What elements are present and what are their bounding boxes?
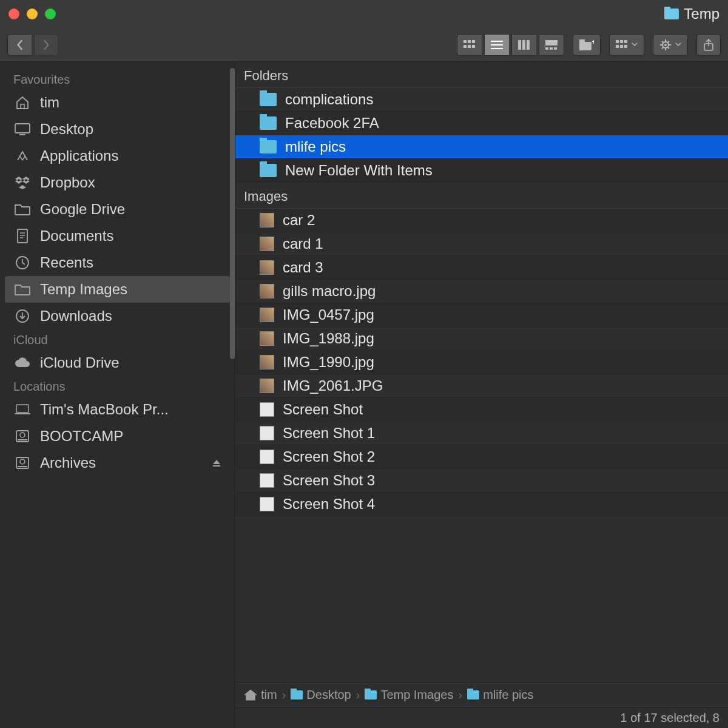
file-row[interactable]: car 2 xyxy=(235,209,728,232)
svg-rect-38 xyxy=(18,439,27,440)
sidebar-item-documents[interactable]: Documents xyxy=(0,223,235,249)
sidebar-item-desktop[interactable]: Desktop xyxy=(0,116,235,143)
folder-icon xyxy=(260,93,277,106)
file-row[interactable]: Screen Shot 3 xyxy=(235,469,728,493)
window-controls xyxy=(8,8,56,19)
sidebar-item-applications[interactable]: Applications xyxy=(0,143,235,169)
file-row[interactable]: IMG_1990.jpg xyxy=(235,351,728,374)
sidebar-item-google-drive[interactable]: Google Drive xyxy=(0,196,235,223)
view-column-button[interactable] xyxy=(511,34,536,56)
file-name: mlife pics xyxy=(285,138,346,155)
sidebar-item-label: Archives xyxy=(40,454,96,471)
file-thumbnail xyxy=(260,213,274,228)
svg-rect-3 xyxy=(463,45,467,48)
chevron-right-icon: › xyxy=(458,688,462,702)
close-window-button[interactable] xyxy=(8,8,19,19)
view-icon-button[interactable] xyxy=(457,34,482,56)
documents-icon xyxy=(13,229,32,243)
forward-button[interactable] xyxy=(34,34,58,56)
file-thumbnail xyxy=(260,284,274,298)
sidebar-item-bootcamp[interactable]: BOOTCAMP xyxy=(0,423,235,450)
svg-rect-4 xyxy=(468,45,471,48)
disk-icon xyxy=(13,456,32,470)
svg-rect-0 xyxy=(463,40,467,43)
share-button[interactable] xyxy=(696,34,721,56)
path-segment[interactable]: Temp Images xyxy=(365,688,453,702)
sidebar: FavouritestimDesktopApplicationsDropboxG… xyxy=(0,62,235,728)
toolbar: + xyxy=(0,28,728,62)
svg-rect-21 xyxy=(624,40,627,43)
file-row[interactable]: Screen Shot 2 xyxy=(235,445,728,469)
file-list[interactable]: FolderscomplicationsFacebook 2FAmlife pi… xyxy=(235,62,728,682)
folder-icon xyxy=(291,690,303,699)
file-thumbnail xyxy=(260,473,274,488)
sidebar-item-tim-s-macbook-pr-[interactable]: Tim's MacBook Pr... xyxy=(0,396,235,423)
file-row[interactable]: mlife pics xyxy=(235,135,728,159)
sidebar-item-downloads[interactable]: Downloads xyxy=(0,303,235,329)
sidebar-item-label: Desktop xyxy=(40,121,93,138)
svg-rect-41 xyxy=(18,466,27,467)
svg-rect-29 xyxy=(15,124,30,133)
file-name: card 3 xyxy=(283,259,323,276)
file-name: car 2 xyxy=(283,212,315,229)
arrange-button[interactable] xyxy=(609,34,644,56)
file-row[interactable]: IMG_1988.jpg xyxy=(235,327,728,351)
path-bar[interactable]: tim›Desktop›Temp Images›mlife pics xyxy=(235,682,728,707)
file-thumbnail xyxy=(260,260,274,275)
path-segment[interactable]: tim xyxy=(244,688,277,702)
sidebar-item-tim[interactable]: tim xyxy=(0,89,235,116)
file-row[interactable]: Screen Shot 4 xyxy=(235,493,728,516)
new-folder-button[interactable]: + xyxy=(573,34,601,56)
svg-rect-31 xyxy=(18,229,27,243)
maximize-window-button[interactable] xyxy=(45,8,56,19)
file-row[interactable]: IMG_0457.jpg xyxy=(235,303,728,327)
folder-icon xyxy=(664,8,679,19)
sidebar-item-label: Dropbox xyxy=(40,174,95,191)
window-title: Temp xyxy=(664,5,720,22)
file-name: IMG_2061.JPG xyxy=(283,377,383,394)
eject-icon[interactable] xyxy=(212,458,221,468)
file-name: IMG_0457.jpg xyxy=(283,306,374,323)
folder-icon xyxy=(260,140,277,153)
file-row[interactable]: card 3 xyxy=(235,256,728,280)
recents-icon xyxy=(13,255,32,270)
file-name: Screen Shot 1 xyxy=(283,425,375,442)
sidebar-item-label: Downloads xyxy=(40,308,112,325)
view-gallery-button[interactable] xyxy=(539,34,564,56)
file-name: New Folder With Items xyxy=(285,162,433,179)
file-row[interactable]: New Folder With Items xyxy=(235,159,728,183)
sidebar-section-header: Favourites xyxy=(0,69,235,89)
folder-icon xyxy=(260,164,277,177)
path-segment[interactable]: Desktop xyxy=(291,688,351,702)
sidebar-item-dropbox[interactable]: Dropbox xyxy=(0,169,235,196)
back-button[interactable] xyxy=(7,34,32,56)
file-row[interactable]: Screen Shot 1 xyxy=(235,422,728,445)
status-bar: 1 of 17 selected, 8 xyxy=(235,707,728,728)
chevron-down-icon xyxy=(632,42,638,47)
file-row[interactable]: Screen Shot xyxy=(235,398,728,422)
sidebar-item-label: iCloud Drive xyxy=(40,354,120,371)
action-button[interactable] xyxy=(653,34,688,56)
file-row[interactable]: Facebook 2FA xyxy=(235,112,728,135)
path-segment[interactable]: mlife pics xyxy=(467,688,533,702)
file-thumbnail xyxy=(260,426,274,440)
svg-rect-11 xyxy=(527,40,530,50)
sidebar-item-icloud-drive[interactable]: iCloud Drive xyxy=(0,349,235,376)
file-row[interactable]: IMG_2061.JPG xyxy=(235,374,728,398)
sidebar-item-temp-images[interactable]: Temp Images xyxy=(5,276,230,303)
file-thumbnail xyxy=(260,402,274,417)
svg-rect-30 xyxy=(19,134,25,135)
file-thumbnail xyxy=(260,237,274,251)
minimize-window-button[interactable] xyxy=(27,8,38,19)
view-list-button[interactable] xyxy=(484,34,509,56)
sidebar-item-recents[interactable]: Recents xyxy=(0,249,235,276)
path-label: Desktop xyxy=(306,688,351,702)
downloads-icon xyxy=(13,309,32,323)
file-row[interactable]: gills macro.jpg xyxy=(235,280,728,303)
file-row[interactable]: card 1 xyxy=(235,232,728,256)
svg-rect-34 xyxy=(16,405,29,413)
file-name: Facebook 2FA xyxy=(285,115,379,132)
file-row[interactable]: complications xyxy=(235,88,728,112)
home-icon xyxy=(13,96,32,109)
sidebar-item-archives[interactable]: Archives xyxy=(0,450,235,476)
